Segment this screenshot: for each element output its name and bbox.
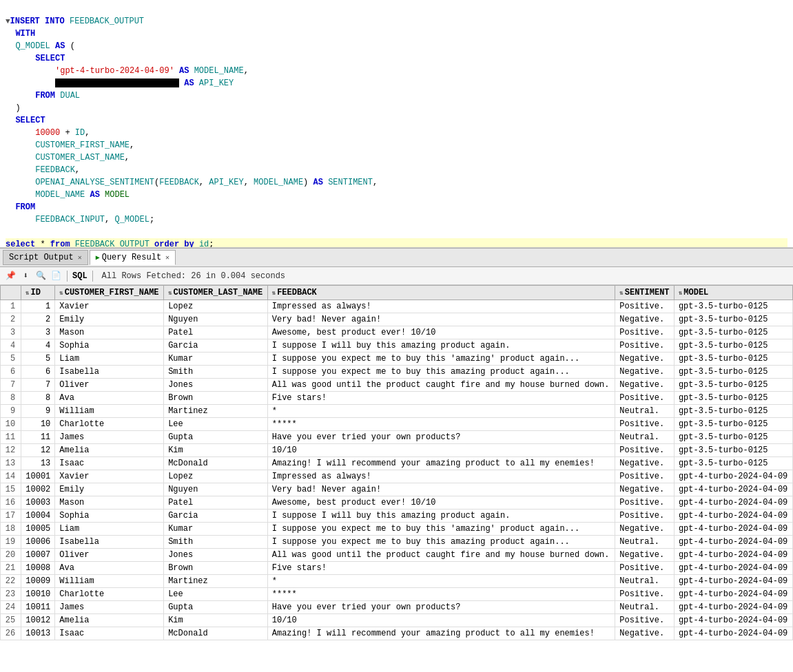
cell-id: 10002 <box>21 483 55 496</box>
export-icon[interactable]: 📄 <box>50 270 62 282</box>
table-row[interactable]: 1010CharlotteLee*****Positive.gpt-3.5-tu… <box>1 418 793 431</box>
table-row[interactable]: 44SophiaGarciaI suppose I will buy this … <box>1 339 793 353</box>
table-row[interactable]: 2410011JamesGuptaHave you ever tried you… <box>1 601 793 614</box>
cell-id: 5 <box>21 353 55 366</box>
cell-id: 2 <box>21 313 55 326</box>
cell-rownum: 26 <box>1 627 21 640</box>
table-row[interactable]: 1410001XavierLopezImpressed as always!Po… <box>1 470 793 483</box>
table-row[interactable]: 1710004SophiaGarciaI suppose I will buy … <box>1 510 793 523</box>
cell-rownum: 22 <box>1 575 21 588</box>
cell-lastname: Lopez <box>164 300 268 313</box>
cell-lastname: Kim <box>164 444 268 457</box>
table-row[interactable]: 2510012AmeliaKim10/10Positive.gpt-4-turb… <box>1 614 793 627</box>
table-row[interactable]: 1212AmeliaKim10/10Positive.gpt-3.5-turbo… <box>1 444 793 457</box>
cell-feedback: I suppose you expect me to buy this amaz… <box>267 536 615 549</box>
cell-lastname: Garcia <box>164 510 268 523</box>
cell-model: gpt-4-turbo-2024-04-09 <box>674 536 792 549</box>
table-row[interactable]: 2310010CharlotteLee*****Positive.gpt-4-t… <box>1 588 793 601</box>
table-row[interactable]: 1313IsaacMcDonaldAmazing! I will recomme… <box>1 457 793 470</box>
download-icon[interactable]: ⬇ <box>19 270 32 282</box>
cell-id: 10001 <box>21 470 55 483</box>
cell-sentiment: Positive. <box>615 496 674 510</box>
table-row[interactable]: 1610003MasonPatelAwesome, best product e… <box>1 496 793 510</box>
cell-feedback: Impressed as always! <box>267 470 615 483</box>
cell-id: 10013 <box>21 627 55 640</box>
table-row[interactable]: 11XavierLopezImpressed as always!Positiv… <box>1 300 793 313</box>
cell-model: gpt-4-turbo-2024-04-09 <box>674 549 792 562</box>
table-row[interactable]: 2010007OliverJonesAll was good until the… <box>1 549 793 562</box>
table-body: 11XavierLopezImpressed as always!Positiv… <box>1 300 793 640</box>
cell-feedback: * <box>267 405 615 418</box>
col-sentiment[interactable]: ⇅SENTIMENT <box>615 286 674 300</box>
cell-sentiment: Negative. <box>615 366 674 379</box>
cell-model: gpt-3.5-turbo-0125 <box>674 379 792 392</box>
col-id[interactable]: ⇅ID <box>21 286 55 300</box>
filter-icon[interactable]: 🔍 <box>34 270 47 282</box>
table-row[interactable]: 77OliverJonesAll was good until the prod… <box>1 379 793 392</box>
sql-label[interactable]: SQL <box>72 271 87 281</box>
col-lastname[interactable]: ⇅CUSTOMER_LAST_NAME <box>164 286 268 300</box>
cell-id: 7 <box>21 379 55 392</box>
cell-firstname: Oliver <box>55 379 164 392</box>
cell-sentiment: Neutral. <box>615 431 674 444</box>
cell-feedback: 10/10 <box>267 444 615 457</box>
cell-id: 10 <box>21 418 55 431</box>
cell-sentiment: Negative. <box>615 457 674 470</box>
table-row[interactable]: 2110008AvaBrownFive stars!Positive.gpt-4… <box>1 562 793 575</box>
cell-feedback: Have you ever tried your own products? <box>267 431 615 444</box>
table-row[interactable]: 1910006IsabellaSmithI suppose you expect… <box>1 536 793 549</box>
result-table: ⇅ID ⇅CUSTOMER_FIRST_NAME ⇅CUSTOMER_LAST_… <box>0 285 793 640</box>
table-row[interactable]: 66IsabellaSmithI suppose you expect me t… <box>1 366 793 379</box>
sql-editor[interactable]: ▼INSERT INTO FEEDBACK_OUTPUT WITH Q_MODE… <box>0 0 793 248</box>
cell-feedback: All was good until the product caught fi… <box>267 549 615 562</box>
cell-id: 6 <box>21 366 55 379</box>
col-model[interactable]: ⇅MODEL <box>674 286 792 300</box>
cell-feedback: Awesome, best product ever! 10/10 <box>267 326 615 339</box>
table-row[interactable]: 2610013IsaacMcDonaldAmazing! I will reco… <box>1 627 793 640</box>
cell-firstname: William <box>55 405 164 418</box>
cell-feedback: I suppose you expect me to buy this 'ama… <box>267 523 615 536</box>
table-row[interactable]: 22EmilyNguyenVery bad! Never again!Negat… <box>1 313 793 326</box>
cell-id: 3 <box>21 326 55 339</box>
table-row[interactable]: 88AvaBrownFive stars!Positive.gpt-3.5-tu… <box>1 392 793 405</box>
cell-feedback: I suppose I will buy this amazing produc… <box>267 510 615 523</box>
tab-query-result[interactable]: ▶ Query Result ✕ <box>90 250 176 265</box>
cell-rownum: 10 <box>1 418 21 431</box>
cell-firstname: James <box>55 601 164 614</box>
tab-query-result-close[interactable]: ✕ <box>165 253 169 262</box>
cell-sentiment: Positive. <box>615 470 674 483</box>
tab-script-output-close[interactable]: ✕ <box>78 253 82 262</box>
cell-firstname: Isaac <box>55 627 164 640</box>
table-row[interactable]: 33MasonPatelAwesome, best product ever! … <box>1 326 793 339</box>
table-row[interactable]: 55LiamKumarI suppose you expect me to bu… <box>1 353 793 366</box>
cell-sentiment: Negative. <box>615 379 674 392</box>
cell-model: gpt-4-turbo-2024-04-09 <box>674 575 792 588</box>
result-table-container[interactable]: ⇅ID ⇅CUSTOMER_FIRST_NAME ⇅CUSTOMER_LAST_… <box>0 285 793 672</box>
table-row[interactable]: 99WilliamMartinez*Neutral.gpt-3.5-turbo-… <box>1 405 793 418</box>
table-row[interactable]: 1111JamesGuptaHave you ever tried your o… <box>1 431 793 444</box>
cell-firstname: Emily <box>55 483 164 496</box>
cell-lastname: McDonald <box>164 457 268 470</box>
table-row[interactable]: 2210009WilliamMartinez*Neutral.gpt-4-tur… <box>1 575 793 588</box>
cell-rownum: 4 <box>1 339 21 353</box>
cell-firstname: Sophia <box>55 510 164 523</box>
col-firstname[interactable]: ⇅CUSTOMER_FIRST_NAME <box>55 286 164 300</box>
cell-lastname: Gupta <box>164 601 268 614</box>
cell-rownum: 5 <box>1 353 21 366</box>
table-row[interactable]: 1510002EmilyNguyenVery bad! Never again!… <box>1 483 793 496</box>
col-feedback[interactable]: ⇅FEEDBACK <box>267 286 615 300</box>
pin-icon[interactable]: 📌 <box>4 270 17 282</box>
cell-sentiment: Neutral. <box>615 575 674 588</box>
cell-model: gpt-4-turbo-2024-04-09 <box>674 496 792 510</box>
toolbar-separator2 <box>92 271 93 282</box>
cell-feedback: Very bad! Never again! <box>267 483 615 496</box>
table-row[interactable]: 1810005LiamKumarI suppose you expect me … <box>1 523 793 536</box>
cell-model: gpt-3.5-turbo-0125 <box>674 444 792 457</box>
cell-rownum: 16 <box>1 496 21 510</box>
cell-sentiment: Negative. <box>615 313 674 326</box>
cell-id: 1 <box>21 300 55 313</box>
cell-model: gpt-3.5-turbo-0125 <box>674 457 792 470</box>
cell-firstname: Ava <box>55 392 164 405</box>
tab-script-output[interactable]: Script Output ✕ <box>3 250 88 265</box>
cell-sentiment: Positive. <box>615 300 674 313</box>
